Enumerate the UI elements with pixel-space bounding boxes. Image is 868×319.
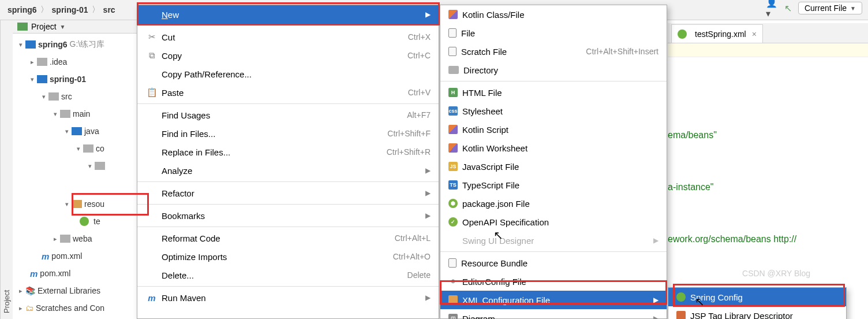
menu-item-copy[interactable]: ⧉CopyCtrl+C: [137, 46, 439, 65]
spring-file-icon: [678, 29, 687, 39]
tree-row-main[interactable]: ▾main: [13, 105, 148, 123]
tree-row-scratches[interactable]: ▸🗂Scratches and Con: [13, 299, 148, 317]
menu-item-xml-config[interactable]: XML Configuration File▶: [440, 291, 667, 309]
menu-item-directory[interactable]: Directory: [440, 61, 667, 79]
menu-item-refactor[interactable]: Refactor▶: [137, 184, 439, 202]
paste-icon: 📋: [145, 87, 158, 98]
menu-item-html[interactable]: HHTML File: [440, 83, 667, 102]
editor-content[interactable]: ema/beans" a-instance" ework.org/schema/…: [668, 57, 868, 283]
menu-item-resource-bundle[interactable]: Resource Bundle: [440, 254, 667, 272]
tree-row-spring01[interactable]: ▾spring-01: [13, 71, 148, 88]
tree-row-pom1[interactable]: mpom.xml: [13, 247, 148, 265]
menu-item-file[interactable]: File: [440, 24, 667, 42]
menu-item-kotlin-class[interactable]: Kotlin Class/File: [440, 5, 667, 24]
menu-item-ts[interactable]: TSTypeScript File: [440, 176, 667, 194]
menu-item-jsp-tag[interactable]: JSP Tag Library Descriptor: [668, 306, 846, 319]
css-icon: css: [448, 106, 458, 116]
menu-item-spring-config[interactable]: Spring Config: [668, 288, 846, 306]
tree-row-java[interactable]: ▾java: [13, 123, 148, 140]
watermark: CSDN @XRY Blog: [742, 269, 810, 278]
crumb-src[interactable]: src: [103, 5, 115, 14]
json-icon: ⬢: [448, 199, 458, 208]
user-icon[interactable]: 👤▾: [766, 2, 779, 14]
folder-icon: [448, 66, 459, 74]
menu-item-find-in-files[interactable]: Find in Files...Ctrl+Shift+F: [137, 124, 439, 143]
tree-row-idea[interactable]: ▸.idea: [13, 53, 148, 71]
folder-icon: [48, 92, 59, 101]
menu-item-optimize[interactable]: Optimize ImportsCtrl+Alt+O: [137, 247, 439, 266]
back-icon[interactable]: ↖: [782, 2, 795, 14]
menu-item-js[interactable]: JSJavaScript File: [440, 157, 667, 176]
menu-item-openapi[interactable]: ✓OpenAPI Specification: [440, 213, 667, 231]
kotlin-icon: [448, 125, 458, 134]
menu-item-stylesheet[interactable]: cssStylesheet: [440, 102, 667, 120]
project-panel-header[interactable]: Project ▼: [13, 20, 148, 34]
menu-item-kotlin-ws[interactable]: Kotlin Worksheet: [440, 139, 667, 157]
menu-item-delete[interactable]: Delete...Delete: [137, 266, 439, 284]
source-folder-icon: [72, 127, 82, 135]
crumb-spring6[interactable]: spring6: [8, 5, 37, 14]
menu-item-run-maven[interactable]: mRun Maven▶: [137, 288, 439, 307]
library-icon: 📚: [25, 286, 35, 295]
module-icon: [25, 40, 36, 49]
jsp-icon: [676, 311, 686, 319]
ts-icon: TS: [448, 180, 458, 190]
menu-item-copy-path[interactable]: Copy Path/Reference...: [137, 65, 439, 83]
spring-file-icon: [80, 217, 89, 226]
menu-item-editorconfig[interactable]: ⚙EditorConfig File: [440, 272, 667, 291]
diagram-icon: ◫: [448, 314, 458, 319]
tree-row-resources[interactable]: ▾resou: [13, 195, 148, 213]
cut-icon: ✂: [145, 32, 158, 42]
menu-item-new[interactable]: New▶: [137, 5, 439, 24]
folder-icon: [37, 58, 47, 66]
project-tree: ▾spring6G:\练习库 ▸.idea ▾spring-01 ▾src ▾m…: [13, 34, 148, 319]
right-toolbar: 👤▾ ↖ Current File ▼: [766, 2, 862, 14]
menu-item-swing: Swing UI Designer▶: [440, 231, 667, 250]
html-icon: H: [448, 88, 458, 97]
crumb-sep: 〉: [92, 5, 100, 15]
maven-icon: m: [30, 269, 38, 279]
project-icon: [17, 23, 28, 31]
tree-row-te[interactable]: te: [13, 213, 148, 230]
editor-tabs: testSpring.xml ×: [668, 23, 868, 43]
tree-row-root[interactable]: ▾spring6G:\练习库: [13, 36, 148, 53]
context-menu-main: New▶ ✂CutCtrl+X ⧉CopyCtrl+C Copy Path/Re…: [137, 5, 439, 319]
tree-row-sub[interactable]: ▾: [13, 157, 148, 175]
panel-title: Project: [31, 22, 57, 31]
editorconfig-icon: ⚙: [448, 277, 458, 286]
menu-item-replace-in-files[interactable]: Replace in Files...Ctrl+Shift+R: [137, 143, 439, 161]
close-icon[interactable]: ×: [752, 29, 757, 39]
tree-row-pom2[interactable]: mpom.xml: [13, 265, 148, 282]
tree-row-weba[interactable]: ▸weba: [13, 230, 148, 247]
editor-tab-testspring[interactable]: testSpring.xml ×: [671, 24, 763, 43]
menu-item-reformat[interactable]: Reformat CodeCtrl+Alt+L: [137, 229, 439, 247]
menu-item-diagram[interactable]: ◫Diagram▶: [440, 309, 667, 319]
menu-item-scratch[interactable]: Scratch FileCtrl+Alt+Shift+Insert: [440, 42, 667, 61]
tree-row-co[interactable]: ▾co: [13, 140, 148, 157]
menu-item-find-usages[interactable]: Find UsagesAlt+F7: [137, 106, 439, 124]
resources-folder-icon: [72, 200, 82, 208]
copy-icon: ⧉: [145, 50, 158, 61]
package-icon: [83, 144, 93, 153]
run-config-dropdown[interactable]: Current File ▼: [798, 2, 862, 14]
file-icon: [448, 28, 457, 38]
menu-item-paste[interactable]: 📋PasteCtrl+V: [137, 83, 439, 102]
menu-item-bookmarks[interactable]: Bookmarks▶: [137, 206, 439, 225]
scratches-icon: 🗂: [25, 303, 33, 313]
menu-item-analyze[interactable]: Analyze▶: [137, 161, 439, 180]
kotlin-icon: [448, 10, 458, 19]
menu-item-pkg-json[interactable]: ⬢package.json File: [440, 194, 667, 213]
tree-row-src[interactable]: ▾src: [13, 88, 148, 105]
folder-icon: [60, 110, 70, 118]
openapi-icon: ✓: [448, 217, 458, 227]
project-side-tab[interactable]: Project: [0, 20, 13, 319]
menu-item-cut[interactable]: ✂CutCtrl+X: [137, 28, 439, 46]
menu-item-kotlin-script[interactable]: Kotlin Script: [440, 120, 667, 139]
crumb-spring01[interactable]: spring-01: [52, 5, 88, 14]
maven-icon: m: [145, 293, 158, 303]
tree-row-ext-lib[interactable]: ▸📚External Libraries: [13, 282, 148, 299]
project-panel: Project ▼ ▾spring6G:\练习库 ▸.idea ▾spring-…: [13, 20, 148, 319]
folder-icon: [60, 235, 70, 243]
xml-icon: [448, 295, 458, 305]
bundle-icon: [448, 258, 457, 268]
